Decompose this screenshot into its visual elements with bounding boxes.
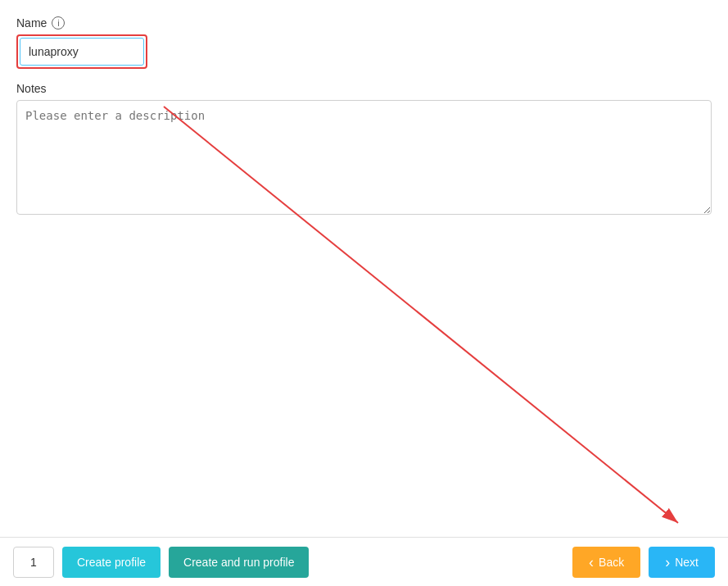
info-icon[interactable]: i [52, 16, 65, 30]
back-label: Back [599, 556, 624, 569]
bottom-left-actions: Create profile Create and run profile [13, 547, 309, 578]
notes-label: Notes [16, 82, 712, 95]
form-container: Name i Notes [0, 0, 728, 217]
bottom-bar: Create profile Create and run profile Ba… [0, 537, 728, 586]
name-label-text: Name [16, 16, 47, 30]
next-label: Next [675, 556, 699, 569]
back-button[interactable]: Back [572, 547, 640, 578]
notes-textarea[interactable] [16, 100, 712, 215]
name-input[interactable] [20, 38, 144, 66]
notes-section: Notes [16, 82, 712, 217]
bottom-right-actions: Back Next [572, 547, 715, 578]
name-section: Name i [16, 16, 712, 69]
next-button[interactable]: Next [649, 547, 715, 578]
create-profile-button[interactable]: Create profile [62, 547, 161, 578]
count-input[interactable] [13, 547, 54, 578]
chevron-left-icon [589, 555, 594, 570]
chevron-right-icon [665, 555, 670, 570]
name-field-wrapper [16, 34, 147, 69]
create-run-profile-button[interactable]: Create and run profile [169, 547, 309, 578]
name-label: Name i [16, 16, 712, 30]
